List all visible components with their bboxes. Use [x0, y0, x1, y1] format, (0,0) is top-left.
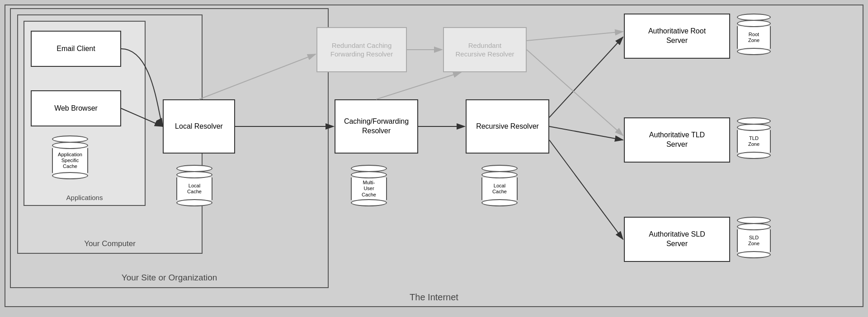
recursive-resolver-box: Recursive Resolver	[466, 99, 549, 154]
auth-sld-box: Authoritative SLDServer	[624, 217, 730, 262]
redundant-caching-box: Redundant CachingForwarding Resolver	[316, 27, 407, 72]
diagram-container: The Internet Your Site or Organization Y…	[0, 0, 868, 317]
tld-zone-label: TLD Zone	[748, 135, 760, 147]
auth-root-box: Authoritative RootServer	[624, 14, 730, 59]
local-cache-recursive-cylinder: Local Cache	[481, 165, 518, 206]
sld-zone-cylinder: SLD Zone	[737, 217, 771, 258]
redundant-caching-label: Redundant CachingForwarding Resolver	[330, 41, 393, 59]
tld-zone-cylinder: TLD Zone	[737, 117, 771, 159]
site-label: Your Site or Organization	[122, 273, 217, 283]
root-zone-label: Root Zone	[748, 32, 760, 43]
web-browser-label: Web Browser	[54, 104, 98, 112]
auth-tld-label: Authoritative TLDServer	[649, 131, 705, 149]
caching-forwarding-box: Caching/ForwardingResolver	[335, 99, 418, 154]
redundant-recursive-label: RedundantRecursive Resolver	[455, 41, 514, 59]
recursive-resolver-label: Recursive Resolver	[476, 122, 539, 131]
app-cache-cylinder: Application Specific Cache	[52, 135, 88, 179]
local-cache-recursive-label: Local Cache	[492, 183, 507, 195]
internet-label: The Internet	[410, 292, 458, 303]
auth-tld-box: Authoritative TLDServer	[624, 117, 730, 163]
email-client-box: Email Client	[31, 31, 121, 67]
auth-sld-label: Authoritative SLDServer	[649, 230, 705, 249]
local-cache-resolver-cylinder: Local Cache	[176, 165, 212, 206]
auth-root-label: Authoritative RootServer	[648, 27, 706, 46]
local-resolver-label: Local Resolver	[175, 122, 223, 131]
web-browser-box: Web Browser	[31, 90, 121, 126]
app-cache-label: Application Specific Cache	[58, 152, 82, 170]
computer-label: Your Computer	[84, 239, 136, 248]
email-client-label: Email Client	[57, 45, 95, 53]
root-zone-cylinder: Root Zone	[737, 14, 771, 55]
redundant-recursive-box: RedundantRecursive Resolver	[443, 27, 527, 72]
applications-label: Applications	[66, 194, 103, 201]
caching-forwarding-label: Caching/ForwardingResolver	[344, 117, 409, 136]
sld-zone-label: SLD Zone	[748, 235, 760, 247]
local-resolver-box: Local Resolver	[163, 99, 235, 154]
multi-user-cache-cylinder: Multi- User Cache	[351, 165, 387, 206]
multi-user-cache-label: Multi- User Cache	[362, 180, 376, 198]
local-cache-resolver-label: Local Cache	[187, 183, 202, 195]
